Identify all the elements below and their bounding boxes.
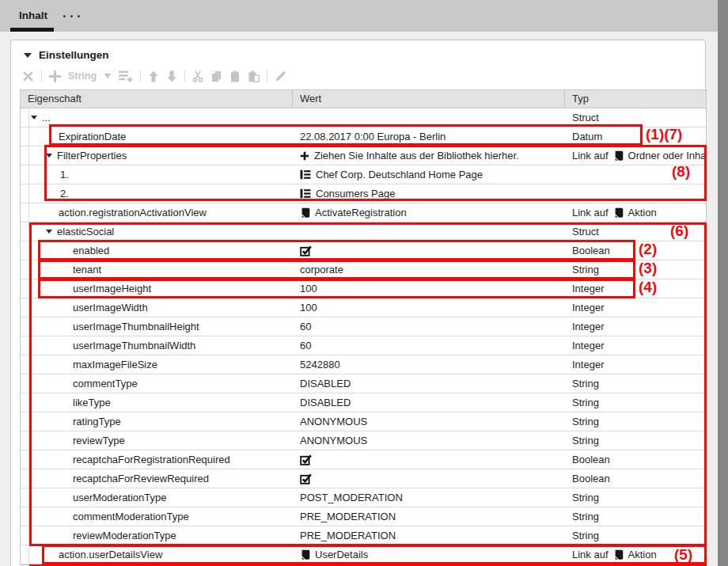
- type-select-caret[interactable]: [104, 73, 112, 79]
- edit-button[interactable]: [275, 70, 286, 82]
- tab-inhalt[interactable]: Inhalt: [10, 0, 56, 32]
- property-value[interactable]: 100: [300, 298, 317, 317]
- type-prefix: Link auf: [572, 207, 609, 218]
- property-value[interactable]: [300, 450, 313, 469]
- property-type: String: [572, 431, 707, 450]
- table-row[interactable]: ...Struct: [21, 108, 706, 127]
- add-to-list-button[interactable]: [119, 70, 133, 82]
- property-value[interactable]: Ziehen Sie Inhalte aus der Bibliothek hi…: [300, 146, 519, 165]
- content-item-icon: [300, 207, 310, 218]
- property-value[interactable]: Consumers Page: [300, 184, 395, 203]
- property-value[interactable]: 60: [300, 336, 311, 355]
- struct-editor-toolbar: String: [22, 66, 286, 85]
- table-row[interactable]: 1.Chef Corp. Deutschland Home Page: [21, 165, 706, 184]
- move-down-button[interactable]: [166, 70, 177, 82]
- table-row[interactable]: ExpirationDate22.08.2017 0:00 Europa - B…: [21, 127, 706, 146]
- property-value[interactable]: Chef Corp. Deutschland Home Page: [300, 165, 483, 184]
- property-type: String: [572, 374, 707, 393]
- cut-button[interactable]: [192, 70, 203, 82]
- type-select-label[interactable]: String: [68, 70, 97, 82]
- property-value[interactable]: [300, 241, 313, 260]
- copy-icon: [210, 70, 222, 82]
- ellipsis-icon: [63, 15, 66, 17]
- property-type: Datum: [572, 127, 707, 146]
- delete-icon: [22, 70, 34, 82]
- property-value[interactable]: UserDetails: [300, 545, 368, 564]
- table-row[interactable]: action.userDetailsViewUserDetailsLink au…: [21, 545, 706, 564]
- table-row[interactable]: reviewTypeANONYMOUSString: [21, 431, 706, 450]
- expand-caret-icon[interactable]: [31, 116, 37, 120]
- property-value[interactable]: corporate: [300, 260, 343, 279]
- property-value[interactable]: ActivateRegistration: [300, 203, 407, 222]
- table-row[interactable]: commentModerationTypePRE_MODERATIONStrin…: [21, 507, 706, 526]
- expand-caret-icon[interactable]: [46, 230, 52, 234]
- paste-into-button[interactable]: [248, 70, 260, 82]
- table-row[interactable]: tenantcorporateString: [21, 260, 706, 279]
- property-value[interactable]: PRE_MODERATION: [300, 507, 396, 526]
- property-name: tenant: [73, 260, 101, 279]
- type-text: String: [572, 416, 599, 427]
- table-row[interactable]: ratingTypeANONYMOUSString: [21, 412, 706, 431]
- property-value[interactable]: PRE_MODERATION: [300, 526, 396, 545]
- struct-property-table: EigenschaftWertTyp ...StructExpirationDa…: [20, 89, 707, 565]
- table-row[interactable]: userImageWidth100Integer: [21, 298, 706, 317]
- type-prefix: Link auf: [572, 549, 609, 560]
- table-row[interactable]: maxImageFileSize5242880Integer: [21, 355, 706, 374]
- property-value[interactable]: 100: [300, 279, 317, 298]
- property-value[interactable]: DISABLED: [300, 374, 351, 393]
- table-row[interactable]: likeTypeDISABLEDString: [21, 393, 706, 412]
- property-type: String: [572, 488, 707, 507]
- checkbox-checked-icon[interactable]: [300, 473, 313, 484]
- add-property-button[interactable]: [49, 70, 61, 82]
- property-name: recaptchaForRegistrationRequired: [73, 450, 230, 469]
- table-row[interactable]: FilterPropertiesZiehen Sie Inhalte aus d…: [21, 146, 706, 165]
- column-header-wert[interactable]: Wert: [293, 90, 565, 108]
- move-up-button[interactable]: [148, 70, 159, 82]
- property-value[interactable]: DISABLED: [300, 393, 351, 412]
- property-type: Struct: [572, 222, 707, 241]
- property-value[interactable]: ANONYMOUS: [300, 412, 367, 431]
- property-value[interactable]: 5242880: [300, 355, 340, 374]
- table-row[interactable]: userImageThumbnailHeight60Integer: [21, 317, 706, 336]
- table-body: ...StructExpirationDate22.08.2017 0:00 E…: [20, 108, 707, 565]
- property-type: Integer: [572, 355, 707, 374]
- column-header-typ[interactable]: Typ: [565, 90, 706, 108]
- property-value[interactable]: ANONYMOUS: [300, 431, 367, 450]
- property-type: Integer: [572, 317, 707, 336]
- table-row[interactable]: userImageThumbnailWidth60Integer: [21, 336, 706, 355]
- table-row[interactable]: action.registrationActivationViewActivat…: [21, 203, 706, 222]
- cut-icon: [192, 70, 203, 82]
- collapse-caret-icon[interactable]: [24, 53, 32, 58]
- tab-bar: Inhalt: [0, 0, 718, 32]
- table-row[interactable]: 2.Consumers Page: [21, 184, 706, 203]
- table-row[interactable]: enabledBoolean: [21, 241, 706, 260]
- table-row[interactable]: recaptchaForRegistrationRequiredBoolean: [21, 450, 706, 469]
- property-value[interactable]: POST_MODERATION: [300, 488, 403, 507]
- table-row[interactable]: commentTypeDISABLEDString: [21, 374, 706, 393]
- checkbox-checked-icon[interactable]: [300, 245, 313, 256]
- column-header-eigenschaft[interactable]: Eigenschaft: [21, 90, 293, 108]
- settings-panel: Einstellungen String EigenschaftWertTyp …: [10, 40, 706, 566]
- property-name: action.registrationActivationView: [59, 203, 207, 222]
- page-content-icon: [300, 188, 311, 199]
- table-row[interactable]: userModerationTypePOST_MODERATIONString: [21, 488, 706, 507]
- paste-button[interactable]: [229, 70, 241, 82]
- property-value[interactable]: [300, 469, 313, 488]
- tab-overflow-button[interactable]: [63, 0, 80, 32]
- property-value[interactable]: 60: [300, 317, 311, 336]
- table-row[interactable]: recaptchaForReviewRequiredBoolean: [21, 469, 706, 488]
- property-value[interactable]: 22.08.2017 0:00 Europa - Berlin: [300, 127, 446, 146]
- section-einstellungen-header[interactable]: Einstellungen: [24, 49, 109, 61]
- property-type: Integer: [572, 336, 707, 355]
- copy-button[interactable]: [210, 70, 222, 82]
- ellipsis-icon: [78, 15, 80, 17]
- table-row[interactable]: elasticSocialStruct: [21, 222, 706, 241]
- property-name: recaptchaForReviewRequired: [73, 469, 209, 488]
- expand-caret-icon[interactable]: [46, 154, 52, 158]
- add-link-icon: [300, 151, 309, 161]
- delete-button[interactable]: [22, 70, 34, 82]
- checkbox-checked-icon[interactable]: [300, 454, 313, 465]
- content-type-icon: [613, 207, 624, 218]
- table-row[interactable]: reviewModerationTypePRE_MODERATIONString: [21, 526, 706, 545]
- table-row[interactable]: userImageHeight100Integer: [21, 279, 706, 298]
